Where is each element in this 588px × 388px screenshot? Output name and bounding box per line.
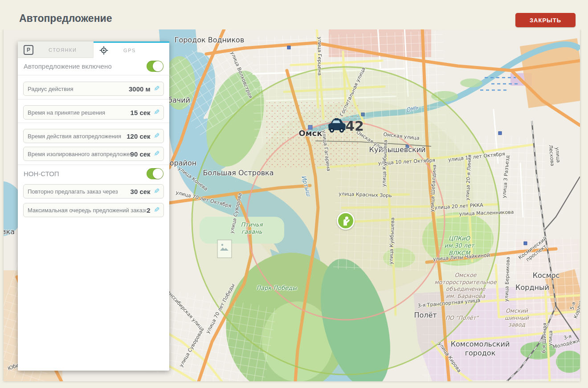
- person-icon: [340, 215, 351, 226]
- setting-value: 2: [147, 206, 150, 214]
- divider: [18, 75, 169, 75]
- setting-row-max-queue: Максимальная очередь предложений заказов…: [23, 203, 164, 217]
- tab-parkings[interactable]: P СТОЯНКИ: [18, 41, 94, 58]
- setting-row-decision-time: Время на принятие решения 15 сек ✎: [23, 105, 164, 120]
- tab-parkings-label: СТОЯНКИ: [49, 47, 77, 53]
- parking-icon: P: [24, 45, 33, 55]
- close-button[interactable]: ЗАКРЫТЬ: [515, 13, 576, 27]
- header: Автопредложение ЗАКРЫТЬ: [0, 0, 588, 29]
- setting-label: Повторно предлагать заказ через: [28, 188, 131, 195]
- edit-pencil-icon[interactable]: ✎: [154, 85, 159, 92]
- gps-target-icon: [99, 46, 108, 55]
- divider: [18, 99, 169, 99]
- setting-label: Время изолированного автопредложения: [28, 151, 131, 157]
- settings-panel: P СТОЯНКИ GPS Автопредложение включено Р…: [18, 41, 169, 371]
- master-toggle[interactable]: [147, 61, 163, 72]
- setting-row-offer-duration: Время действия автопредложения 120 сек ✎: [23, 129, 164, 143]
- edit-pencil-icon[interactable]: ✎: [154, 188, 159, 195]
- master-toggle-row: Автопредложение включено: [18, 60, 169, 72]
- setting-label: Время на принятие решения: [28, 109, 131, 116]
- edit-pencil-icon[interactable]: ✎: [154, 206, 159, 214]
- setting-value: 30 сек: [131, 188, 151, 195]
- nonstop-toggle-row: НОН-СТОП: [18, 168, 169, 180]
- setting-value: 90 сек: [131, 150, 151, 158]
- nonstop-toggle-label: НОН-СТОП: [24, 170, 59, 177]
- setting-row-reoffer-interval: Повторно предлагать заказ через 30 сек ✎: [23, 184, 164, 198]
- nonstop-toggle[interactable]: [147, 168, 163, 179]
- divider: [18, 123, 169, 123]
- tab-gps[interactable]: GPS: [94, 41, 169, 58]
- setting-value: 120 сек: [127, 132, 150, 140]
- setting-row-isolated-duration: Время изолированного автопредложения 90 …: [23, 147, 164, 161]
- divider: [18, 165, 169, 165]
- page-title: Автопредложение: [19, 12, 112, 25]
- tab-gps-label: GPS: [123, 48, 136, 53]
- edit-pencil-icon[interactable]: ✎: [154, 150, 159, 157]
- car-marker[interactable]: [326, 118, 347, 133]
- edit-pencil-icon[interactable]: ✎: [154, 109, 159, 116]
- city-marker: [308, 125, 312, 129]
- tab-bar: P СТОЯНКИ GPS: [18, 41, 169, 58]
- setting-label: Радиус действия: [28, 86, 129, 92]
- setting-row-radius: Радиус действия 3000 м ✎: [23, 82, 164, 96]
- setting-value: 3000 м: [129, 85, 151, 93]
- master-toggle-label: Автопредложение включено: [24, 62, 112, 70]
- setting-label: Максимальная очередь предложений заказов: [28, 207, 147, 214]
- person-marker[interactable]: [337, 212, 355, 230]
- toggle-knob: [153, 169, 163, 179]
- setting-label: Время действия автопредложения: [28, 133, 127, 140]
- setting-value: 15 сек: [131, 109, 151, 116]
- car-count-badge: 42: [345, 118, 364, 134]
- toggle-knob: [153, 61, 163, 71]
- edit-pencil-icon[interactable]: ✎: [154, 132, 159, 140]
